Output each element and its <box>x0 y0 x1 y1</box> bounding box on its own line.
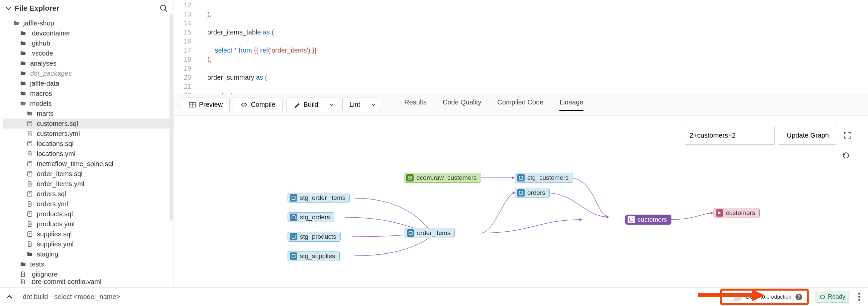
tree-item[interactable]: metricflow_time_spine.sql <box>3 159 174 169</box>
tree-item[interactable]: dbt_packages <box>3 68 174 78</box>
chevron-down-icon[interactable] <box>5 5 11 11</box>
node-stg-customers[interactable]: stg_customers <box>515 173 573 183</box>
editor-toolbar: Preview Compile Build <box>174 94 868 116</box>
build-button[interactable]: Build <box>286 97 326 112</box>
footer: dbt build --select <model_name> Defer to… <box>0 287 868 306</box>
build-caret[interactable] <box>326 97 338 112</box>
svg-rect-44 <box>629 218 633 221</box>
sidebar-title: File Explorer <box>15 4 59 13</box>
svg-rect-6 <box>28 141 32 146</box>
source-icon <box>406 174 413 182</box>
svg-point-13 <box>28 172 31 173</box>
tree-item[interactable]: supplies.sql <box>3 229 174 239</box>
tree-item[interactable]: .vscode <box>3 48 174 58</box>
chevron-up-icon[interactable] <box>6 294 13 300</box>
tree-item[interactable]: order_items.yml <box>3 179 174 189</box>
node-order-items[interactable]: order_items <box>405 228 455 238</box>
node-stg-supplies[interactable]: stg_supplies <box>287 251 340 261</box>
tree-item[interactable]: customers.yml <box>3 129 174 139</box>
tree-item[interactable]: locations.sql <box>3 139 174 149</box>
fullscreen-icon[interactable] <box>841 129 853 141</box>
lint-button[interactable]: Lint <box>342 97 367 112</box>
help-icon[interactable]: ? <box>796 294 802 300</box>
tree-item[interactable]: products.sql <box>3 209 174 219</box>
tree-item-label: customers.sql <box>37 120 78 128</box>
node-customers-mid[interactable]: customers <box>625 215 672 225</box>
tree-item[interactable]: .pre-commit-config.yaml <box>3 279 174 284</box>
doc-icon <box>26 241 33 248</box>
code-content[interactable]: ), order_items_table as ( select * from … <box>195 1 317 94</box>
tree-item[interactable]: supplies.yml <box>3 239 174 249</box>
result-tabs: ResultsCode QualityCompiled CodeLineage <box>404 99 583 111</box>
model-icon <box>290 194 297 201</box>
model-icon <box>628 216 635 223</box>
svg-point-11 <box>28 162 31 163</box>
tree-item-label: jaffle-data <box>30 80 59 87</box>
tree-item[interactable]: analyses <box>3 58 174 68</box>
tree-item-label: macros <box>30 90 52 98</box>
reset-icon[interactable] <box>840 149 852 161</box>
sql-icon <box>26 210 33 218</box>
doc-icon <box>26 200 33 207</box>
model-icon <box>407 229 414 237</box>
file-tree[interactable]: jaffle-shop.devcontainer.github.vscodean… <box>0 17 174 306</box>
folder-icon <box>20 90 27 97</box>
doc-icon <box>20 279 27 284</box>
tree-item-label: customers.yml <box>37 130 80 138</box>
tree-item[interactable]: jaffle-shop <box>3 18 174 28</box>
tree-item[interactable]: customers.sql <box>3 118 174 129</box>
node-stg-order-items[interactable]: stg_order_items <box>287 193 350 203</box>
doc-icon <box>26 180 33 188</box>
preview-button[interactable]: Preview <box>182 97 230 112</box>
folder-open-icon <box>26 110 33 117</box>
tree-item[interactable]: .github <box>3 38 174 48</box>
lineage-panel[interactable]: Update Graph <box>174 116 868 306</box>
node-stg-orders[interactable]: stg_orders <box>287 212 334 222</box>
node-stg-products[interactable]: stg_products <box>287 232 341 242</box>
command-input[interactable]: dbt build --select <model_name> <box>23 293 120 301</box>
tree-item[interactable]: order_items.sql <box>3 169 174 179</box>
tree-item-label: supplies.sql <box>37 230 72 238</box>
lint-split-button: Lint <box>342 97 380 112</box>
tab-lineage[interactable]: Lineage <box>559 99 583 111</box>
code-editor[interactable]: 1213141516171819202122 ), order_items_ta… <box>174 0 868 94</box>
tree-item[interactable]: macros <box>3 88 174 99</box>
sql-icon <box>26 230 33 238</box>
svg-point-21 <box>28 213 31 214</box>
doc-icon <box>26 130 33 137</box>
svg-rect-20 <box>28 212 32 216</box>
tree-item[interactable]: locations.yml <box>3 149 174 159</box>
tree-item[interactable]: .devcontainer <box>3 28 174 38</box>
graph-selector-input[interactable] <box>684 126 775 145</box>
tree-item[interactable]: jaffle-data <box>3 78 174 88</box>
model-icon <box>290 252 297 260</box>
update-graph-button[interactable]: Update Graph <box>779 126 837 145</box>
tree-item-label: supplies.yml <box>37 241 73 248</box>
node-orders[interactable]: orders <box>515 188 550 198</box>
tree-item[interactable]: staging <box>3 249 174 259</box>
tree-item[interactable]: orders.yml <box>3 199 174 209</box>
sidebar-scrollbar[interactable] <box>169 13 173 221</box>
tab-results[interactable]: Results <box>404 99 427 111</box>
svg-rect-2 <box>28 121 32 126</box>
tab-code-quality[interactable]: Code Quality <box>443 99 482 111</box>
sidebar-header: File Explorer <box>0 0 174 17</box>
tree-item[interactable]: tests <box>3 259 174 269</box>
search-icon[interactable] <box>159 4 168 13</box>
tree-item[interactable]: orders.sql <box>3 189 174 199</box>
compile-button[interactable]: Compile <box>234 97 282 112</box>
tree-item[interactable]: marts <box>3 109 174 118</box>
tree-item[interactable]: products.yml <box>3 219 174 229</box>
lint-caret[interactable] <box>367 97 380 112</box>
tab-compiled-code[interactable]: Compiled Code <box>498 99 544 111</box>
tree-item-label: .vscode <box>30 50 53 57</box>
node-customers-end[interactable]: customers <box>714 208 760 218</box>
kebab-menu-icon[interactable] <box>856 291 862 303</box>
hammer-icon <box>293 102 300 108</box>
tree-item-label: marts <box>37 110 54 117</box>
code-icon <box>241 102 247 108</box>
node-raw-customers[interactable]: ecom.raw_customers <box>404 173 481 183</box>
tree-item[interactable]: models <box>3 99 174 109</box>
tree-item[interactable]: .gitignore <box>3 269 174 279</box>
tree-item-label: locations.yml <box>37 150 75 158</box>
